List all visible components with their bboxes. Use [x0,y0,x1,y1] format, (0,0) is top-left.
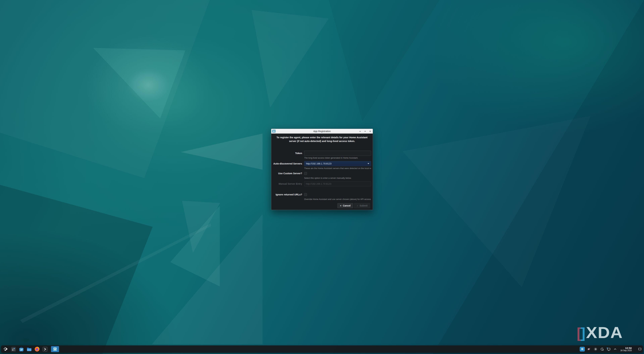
firefox-icon [34,346,40,352]
xda-bracket-left: [ [577,326,580,339]
tray-software-updates[interactable] [600,347,604,351]
brightness-icon [594,347,597,351]
tray-brightness[interactable] [594,347,598,351]
taskbar-konsole[interactable] [42,346,48,352]
dialog-button-row: ✕ Cancel ✓ Submit [271,203,370,208]
app-registration-icon [272,129,276,133]
submit-button-label: Submit [360,204,368,207]
use-custom-server-checkbox[interactable] [304,172,307,175]
close-button[interactable] [369,130,372,132]
manual-server-input[interactable] [304,181,371,186]
cancel-x-icon: ✕ [340,205,342,207]
use-custom-server-help: Select this option to enter a server man… [304,177,371,179]
ignore-urls-checkbox[interactable] [304,193,307,196]
token-label: Token [271,152,302,154]
chevron-down-icon [359,130,361,132]
xda-logo-text: XDA [586,326,623,339]
taskbar-dolphin[interactable] [26,346,32,352]
use-custom-server-label: Use Custom Server? [271,172,302,175]
ignore-urls-row: Ignore returned URLs? [271,193,371,196]
taskbar-panel: 10:50 16 Sep 2025 [1,345,643,353]
system-tray: 10:50 16 Sep 2025 [580,346,642,352]
servers-combobox-value: http://192.168.1.70:8123 [306,162,368,165]
cancel-button-label: Cancel [343,204,350,207]
close-icon [369,130,371,132]
token-help: The long-lived access token generated in… [304,157,371,159]
use-custom-server-row: Use Custom Server? [271,172,371,175]
software-updates-icon [600,347,604,351]
chevron-down-icon [368,163,369,164]
discover-icon [19,346,24,352]
tray-wired-network[interactable] [606,347,610,351]
ignore-urls-help: Override Home Assistant and use server c… [304,198,371,201]
submit-button[interactable]: ✓ Submit [354,203,370,208]
app-registration-window: App Registration To register the agent, … [271,129,373,210]
manual-server-row: Manual Server Entry [271,181,371,186]
xda-watermark: [ ] XDA [577,326,623,339]
servers-combobox[interactable]: http://192.168.1.70:8123 [304,161,371,166]
tray-expand-button[interactable] [613,347,617,351]
clock-date: 16 Sep 2025 [620,349,632,352]
maximize-button[interactable] [364,130,366,132]
ignore-urls-label: Ignore returned URLs? [271,193,302,196]
home-assistant-agent-icon [580,347,584,351]
wired-network-icon [606,347,610,351]
token-input[interactable] [304,151,371,156]
chevron-up-icon [364,130,366,132]
tray-audio-muted[interactable] [587,347,591,351]
taskbar-system-settings[interactable] [10,346,16,352]
titlebar[interactable]: App Registration [271,129,373,134]
taskbar-discover[interactable] [18,346,24,352]
system-settings-icon [11,346,16,352]
digital-clock[interactable]: 10:50 16 Sep 2025 [620,346,632,352]
chevron-up-icon [614,347,617,351]
window-title: App Registration [271,130,373,132]
dolphin-folder-icon [26,346,32,352]
xda-bracket-right: ] [580,326,584,339]
show-desktop-icon [638,348,641,350]
minimize-button[interactable] [359,130,361,132]
desktop: [ ] XDA App Registration [0,0,644,354]
cancel-button[interactable]: ✕ Cancel [337,203,353,208]
servers-label: Auto-discovered Servers [271,162,302,165]
home-assistant-agent-icon [52,347,58,351]
dialog-header-text: To register the agent, please enter the … [274,136,370,143]
servers-help: These are the Home Assistant servers tha… [304,167,371,169]
kde-application-launcher-button[interactable] [2,346,9,352]
taskbar-firefox[interactable] [34,346,40,352]
konsole-icon [42,346,48,352]
manual-server-label: Manual Server Entry [271,183,302,185]
clock-time: 10:50 [620,346,632,349]
audio-muted-icon [587,347,591,351]
token-row: Token [271,151,371,156]
show-desktop-button[interactable] [638,346,642,352]
tray-home-assistant-agent[interactable] [580,347,584,351]
submit-check-icon: ✓ [357,205,358,207]
servers-row: Auto-discovered Servers http://192.168.1… [271,161,371,166]
task-home-assistant-agent[interactable] [51,346,59,352]
registration-form: Token The long-lived access token genera… [271,151,371,208]
kde-launcher-icon [3,346,8,352]
